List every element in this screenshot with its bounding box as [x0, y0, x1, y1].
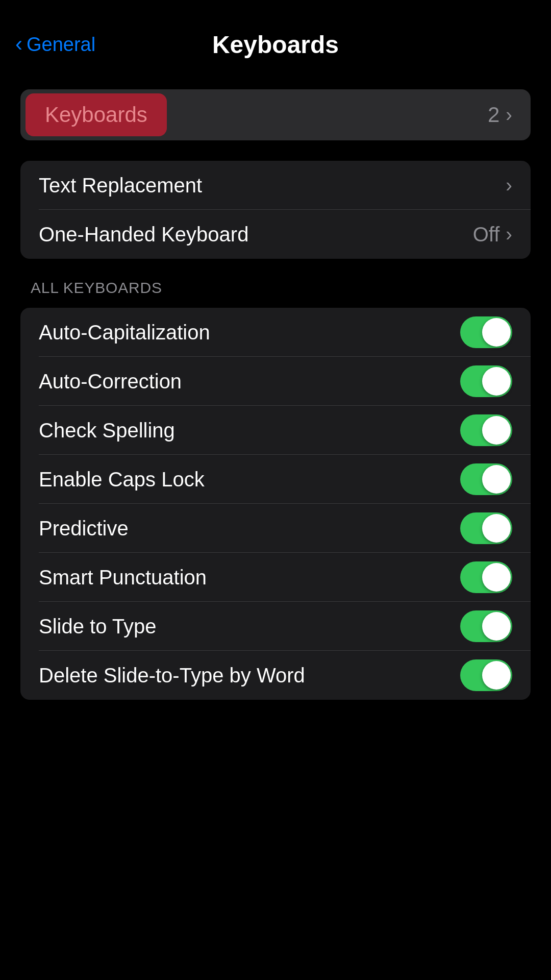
keyboards-label: Keyboards: [45, 103, 147, 127]
one-handed-keyboard-row[interactable]: One-Handed Keyboard Off ›: [20, 210, 531, 259]
auto-capitalization-label: Auto-Capitalization: [39, 321, 210, 344]
text-replacement-label: Text Replacement: [39, 174, 202, 197]
predictive-toggle[interactable]: [460, 512, 512, 544]
one-handed-keyboard-right: Off ›: [473, 223, 512, 246]
predictive-label: Predictive: [39, 517, 129, 540]
enable-caps-lock-row[interactable]: Enable Caps Lock: [20, 455, 531, 504]
keyboards-label-bg: Keyboards: [26, 93, 167, 136]
enable-caps-lock-label: Enable Caps Lock: [39, 468, 205, 491]
all-keyboards-section-header: ALL KEYBOARDS: [0, 264, 551, 303]
one-handed-keyboard-label: One-Handed Keyboard: [39, 223, 248, 246]
keyboards-row-right: 2 ›: [172, 103, 531, 127]
slide-to-type-label: Slide to Type: [39, 615, 157, 638]
auto-correction-knob: [482, 367, 511, 396]
check-spelling-label: Check Spelling: [39, 419, 175, 442]
keyboards-chevron-icon: ›: [506, 104, 512, 126]
auto-correction-row[interactable]: Auto-Correction: [20, 357, 531, 406]
one-handed-keyboard-value: Off: [473, 223, 500, 246]
enable-caps-lock-knob: [482, 465, 511, 494]
one-handed-keyboard-chevron-icon: ›: [506, 224, 512, 246]
smart-punctuation-row[interactable]: Smart Punctuation: [20, 553, 531, 602]
slide-to-type-knob: [482, 612, 511, 641]
smart-punctuation-label: Smart Punctuation: [39, 566, 207, 589]
text-replacement-chevron-icon: ›: [506, 175, 512, 197]
enable-caps-lock-toggle[interactable]: [460, 463, 512, 495]
page-title: Keyboards: [212, 31, 339, 59]
back-chevron-icon: ‹: [15, 33, 22, 55]
check-spelling-knob: [482, 416, 511, 445]
smart-punctuation-toggle[interactable]: [460, 561, 512, 593]
all-keyboards-group: Auto-Capitalization Auto-Correction Chec…: [20, 308, 531, 700]
slide-to-type-toggle[interactable]: [460, 610, 512, 642]
text-replacement-right: ›: [506, 175, 512, 197]
auto-capitalization-row[interactable]: Auto-Capitalization: [20, 308, 531, 357]
predictive-row[interactable]: Predictive: [20, 504, 531, 553]
back-label: General: [27, 34, 95, 56]
delete-slide-to-type-knob: [482, 661, 511, 690]
auto-correction-label: Auto-Correction: [39, 370, 182, 393]
auto-capitalization-toggle[interactable]: [460, 316, 512, 348]
text-replacement-row[interactable]: Text Replacement ›: [20, 161, 531, 210]
predictive-knob: [482, 514, 511, 543]
delete-slide-to-type-row[interactable]: Delete Slide-to-Type by Word: [20, 651, 531, 700]
nav-header: ‹ General Keyboards: [0, 0, 551, 74]
delete-slide-to-type-toggle[interactable]: [460, 659, 512, 691]
smart-punctuation-knob: [482, 563, 511, 592]
auto-correction-toggle[interactable]: [460, 365, 512, 397]
slide-to-type-row[interactable]: Slide to Type: [20, 602, 531, 651]
keyboards-count: 2: [488, 103, 499, 127]
auto-capitalization-knob: [482, 318, 511, 347]
check-spelling-toggle[interactable]: [460, 414, 512, 446]
back-button[interactable]: ‹ General: [15, 34, 95, 56]
delete-slide-to-type-label: Delete Slide-to-Type by Word: [39, 664, 305, 687]
keyboards-nav-row[interactable]: Keyboards 2 ›: [20, 89, 531, 140]
settings-group-text: Text Replacement › One-Handed Keyboard O…: [20, 161, 531, 259]
check-spelling-row[interactable]: Check Spelling: [20, 406, 531, 455]
